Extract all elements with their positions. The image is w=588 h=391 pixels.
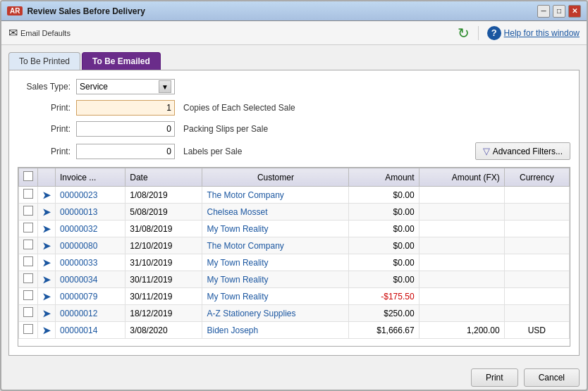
row-arrow-cell[interactable]: ➤ xyxy=(38,271,56,288)
row-arrow-cell[interactable]: ➤ xyxy=(38,305,56,322)
header-arrow xyxy=(38,168,56,187)
row-checkbox-cell[interactable] xyxy=(19,237,38,254)
tab-printed[interactable]: To Be Printed xyxy=(8,52,80,70)
tab-emailed[interactable]: To Be Emailed xyxy=(82,52,161,70)
row-navigate-icon[interactable]: ➤ xyxy=(42,240,51,252)
row-invoice[interactable]: 00000033 xyxy=(56,254,125,271)
row-navigate-icon[interactable]: ➤ xyxy=(42,206,51,218)
table-body: ➤ 00000023 1/08/2019 The Motor Company $… xyxy=(19,187,570,339)
row-currency: USD xyxy=(504,322,569,339)
row-currency xyxy=(504,271,569,288)
row-checkbox[interactable] xyxy=(23,189,33,199)
row-invoice[interactable]: 00000023 xyxy=(56,187,125,204)
row-checkbox-cell[interactable] xyxy=(19,271,38,288)
row-invoice[interactable]: 00000014 xyxy=(56,322,125,339)
row-arrow-cell[interactable]: ➤ xyxy=(38,187,56,204)
row-arrow-cell[interactable]: ➤ xyxy=(38,237,56,254)
sales-type-select[interactable]: Service ▼ xyxy=(76,79,175,94)
row-customer[interactable]: My Town Reality xyxy=(202,221,349,237)
row-navigate-icon[interactable]: ➤ xyxy=(42,325,51,336)
row-checkbox[interactable] xyxy=(23,273,33,283)
row-navigate-icon[interactable]: ➤ xyxy=(42,308,51,319)
header-amount[interactable]: Amount xyxy=(349,168,419,187)
window-controls: ─ □ ✕ xyxy=(537,5,581,18)
row-navigate-icon[interactable]: ➤ xyxy=(42,274,51,285)
row-arrow-cell[interactable]: ➤ xyxy=(38,221,56,237)
row-invoice[interactable]: 00000034 xyxy=(56,271,125,288)
close-button[interactable]: ✕ xyxy=(568,5,581,18)
row-customer[interactable]: Chelsea Mosset xyxy=(202,204,349,221)
row-customer[interactable]: Biden Joseph xyxy=(202,322,349,339)
title-bar: AR Review Sales Before Delivery ─ □ ✕ xyxy=(1,1,587,21)
row-checkbox[interactable] xyxy=(23,307,33,317)
row-customer[interactable]: The Motor Company xyxy=(202,187,349,204)
row-navigate-icon[interactable]: ➤ xyxy=(42,291,51,302)
row-customer[interactable]: My Town Reality xyxy=(202,271,349,288)
row-checkbox-cell[interactable] xyxy=(19,187,38,204)
row-checkbox[interactable] xyxy=(23,256,33,266)
row-checkbox-cell[interactable] xyxy=(19,254,38,271)
header-amount-fx[interactable]: Amount (FX) xyxy=(419,168,504,187)
header-currency[interactable]: Currency xyxy=(504,168,569,187)
row-amount-fx xyxy=(419,305,504,322)
row-arrow-cell[interactable]: ➤ xyxy=(38,288,56,305)
row-checkbox-cell[interactable] xyxy=(19,204,38,221)
row-invoice[interactable]: 00000032 xyxy=(56,221,125,237)
row-amount-fx xyxy=(419,271,504,288)
email-defaults-button[interactable]: ✉ Email Defaults xyxy=(8,26,71,39)
sales-type-dropdown-arrow[interactable]: ▼ xyxy=(159,80,171,93)
refresh-button[interactable]: ↻ xyxy=(458,25,470,42)
select-all-checkbox[interactable] xyxy=(23,171,33,181)
row-invoice[interactable]: 00000012 xyxy=(56,305,125,322)
row-checkbox-cell[interactable] xyxy=(19,322,38,339)
row-amount-fx xyxy=(419,204,504,221)
row-amount-fx xyxy=(419,254,504,271)
row-invoice[interactable]: 00000013 xyxy=(56,204,125,221)
funnel-icon: ▽ xyxy=(483,146,490,156)
row-checkbox[interactable] xyxy=(23,240,33,249)
row-arrow-cell[interactable]: ➤ xyxy=(38,204,56,221)
row-customer[interactable]: The Motor Company xyxy=(202,237,349,254)
print-input-3[interactable] xyxy=(76,144,175,159)
table-wrapper[interactable]: Invoice ... Date Customer Amount Amount … xyxy=(18,168,570,346)
row-checkbox[interactable] xyxy=(23,206,33,216)
row-checkbox-cell[interactable] xyxy=(19,288,38,305)
print-input-1[interactable] xyxy=(76,100,175,116)
row-navigate-icon[interactable]: ➤ xyxy=(42,223,51,235)
header-customer[interactable]: Customer xyxy=(202,168,349,187)
advanced-filters-button[interactable]: ▽ Advanced Filters... xyxy=(475,142,570,160)
row-currency xyxy=(504,204,569,221)
row-arrow-cell[interactable]: ➤ xyxy=(38,322,56,339)
row-amount-fx xyxy=(419,221,504,237)
row-navigate-icon[interactable]: ➤ xyxy=(42,190,51,201)
row-customer[interactable]: My Town Reality xyxy=(202,254,349,271)
row-currency xyxy=(504,305,569,322)
header-invoice[interactable]: Invoice ... xyxy=(56,168,125,187)
row-checkbox[interactable] xyxy=(23,223,33,232)
maximize-button[interactable]: □ xyxy=(553,5,565,18)
table-row: ➤ 00000032 31/08/2019 My Town Reality $0… xyxy=(19,221,570,237)
print-button[interactable]: Print xyxy=(471,368,518,387)
row-checkbox-cell[interactable] xyxy=(19,221,38,237)
cancel-button[interactable]: Cancel xyxy=(524,368,580,387)
header-checkbox[interactable] xyxy=(19,168,38,187)
print-row-3: Print: Labels per Sale ▽ Advanced Filter… xyxy=(18,142,570,160)
row-invoice[interactable]: 00000079 xyxy=(56,288,125,305)
window-badge: AR xyxy=(7,6,23,15)
row-invoice[interactable]: 00000080 xyxy=(56,237,125,254)
row-checkbox-cell[interactable] xyxy=(19,305,38,322)
print-label-1: Print: xyxy=(18,103,71,113)
header-date[interactable]: Date xyxy=(125,168,202,187)
row-arrow-cell[interactable]: ➤ xyxy=(38,254,56,271)
print-input-2[interactable] xyxy=(76,121,175,137)
row-checkbox[interactable] xyxy=(23,290,33,300)
minimize-button[interactable]: ─ xyxy=(537,5,550,18)
row-amount-fx xyxy=(419,187,504,204)
help-button[interactable]: ? Help for this window xyxy=(487,26,580,40)
row-navigate-icon[interactable]: ➤ xyxy=(42,257,51,268)
row-customer[interactable]: My Town Reality xyxy=(202,288,349,305)
row-customer[interactable]: A-Z Stationery Supplies xyxy=(202,305,349,322)
form-section: Sales Type: Service ▼ Print: Copi xyxy=(18,79,570,160)
row-checkbox[interactable] xyxy=(23,324,33,334)
table-row: ➤ 00000023 1/08/2019 The Motor Company $… xyxy=(19,187,570,204)
